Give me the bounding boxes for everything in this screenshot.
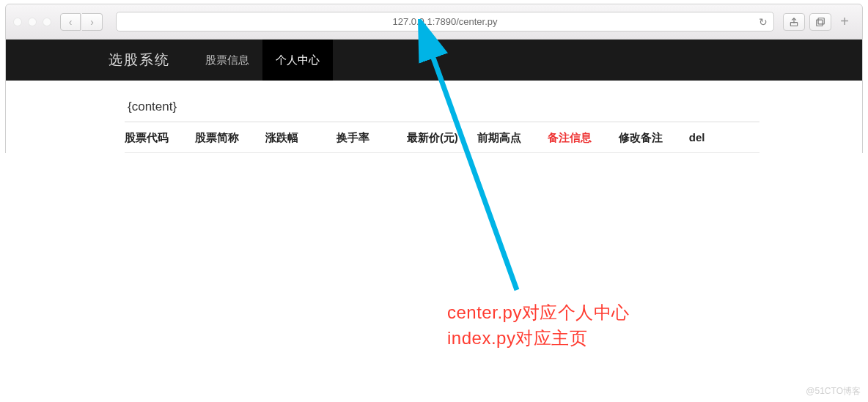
- col-name: 股票简称: [195, 131, 265, 145]
- url-text: 127.0.0.1:7890/center.py: [392, 16, 497, 27]
- col-code: 股票代码: [125, 131, 195, 145]
- app-brand: 选股系统: [108, 51, 170, 70]
- table-header: 股票代码 股票简称 涨跌幅 换手率 最新价(元) 前期高点 备注信息 修改备注 …: [125, 122, 760, 152]
- forward-button[interactable]: ›: [82, 13, 103, 31]
- col-change: 涨跌幅: [265, 131, 336, 145]
- svg-rect-2: [817, 20, 823, 26]
- address-bar[interactable]: 127.0.0.1:7890/center.py ↻: [116, 12, 774, 31]
- content-placeholder: {content}: [125, 95, 760, 122]
- col-prevhigh: 前期高点: [477, 131, 548, 145]
- reload-icon[interactable]: ↻: [759, 16, 768, 28]
- divider-bottom: [125, 152, 760, 153]
- annotation-line1: center.py对应个人中心: [447, 300, 630, 326]
- col-price: 最新价(元): [407, 131, 477, 145]
- col-delete: del: [689, 131, 760, 145]
- toolbar-actions: [783, 13, 831, 31]
- watermark: @51CTO博客: [806, 385, 861, 398]
- back-button[interactable]: ‹: [60, 13, 81, 31]
- col-turnover: 换手率: [336, 131, 407, 145]
- tabs-button[interactable]: [809, 13, 831, 31]
- col-edit-note: 修改备注: [619, 131, 689, 145]
- page-content: 选股系统 股票信息 个人中心 {content} 股票代码 股票简称 涨跌幅 换…: [5, 40, 863, 153]
- maximize-window-icon[interactable]: [43, 18, 51, 26]
- main-content: {content} 股票代码 股票简称 涨跌幅 换手率 最新价(元) 前期高点 …: [6, 81, 862, 153]
- share-button[interactable]: [783, 13, 805, 31]
- nav-buttons: ‹ ›: [60, 13, 103, 31]
- col-note: 备注信息: [548, 131, 618, 145]
- svg-rect-1: [818, 18, 824, 23]
- annotation-line2: index.py对应主页: [447, 326, 630, 351]
- minimize-window-icon[interactable]: [28, 18, 37, 26]
- annotation-text: center.py对应个人中心 index.py对应主页: [447, 300, 630, 351]
- app-navbar: 选股系统 股票信息 个人中心: [6, 40, 862, 81]
- nav-item-stocks[interactable]: 股票信息: [192, 40, 262, 81]
- window-controls: [13, 18, 51, 26]
- close-window-icon[interactable]: [13, 18, 22, 26]
- browser-toolbar: ‹ › 127.0.0.1:7890/center.py ↻ +: [5, 4, 863, 40]
- nav-item-center[interactable]: 个人中心: [262, 40, 333, 81]
- new-tab-button[interactable]: +: [834, 12, 855, 32]
